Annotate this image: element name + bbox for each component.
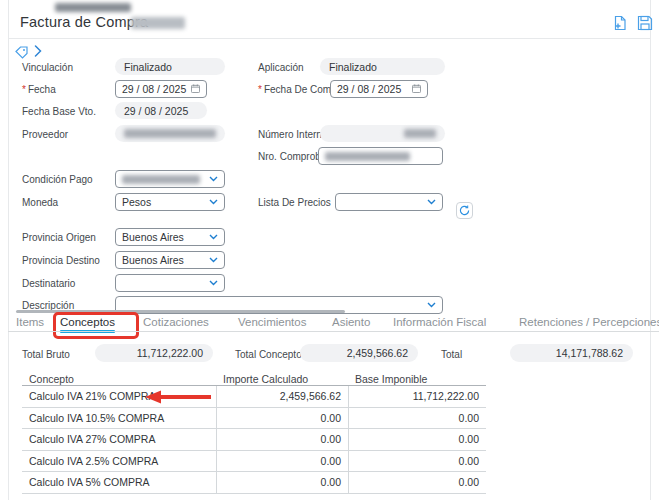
- destinatario-select[interactable]: [115, 274, 225, 292]
- horizontal-scrollbar[interactable]: [16, 310, 345, 313]
- field-label-moneda: Moneda: [22, 197, 58, 208]
- provincia-destino-value: Buenos Aires: [122, 254, 184, 266]
- fecha-comprobante-value: 29 / 08 / 2025: [337, 83, 412, 95]
- field-label-vinculacion: Vinculación: [22, 62, 73, 73]
- cell-concepto: Calculo IVA 10.5% COMPRA: [22, 408, 216, 429]
- tab-asiento[interactable]: Asiento: [332, 316, 370, 328]
- purchase-invoice-page: Factura de Compra Vinculación Finalizado…: [0, 0, 659, 500]
- chevron-right-icon[interactable]: [33, 44, 43, 58]
- col-header-concepto: Concepto: [22, 373, 216, 385]
- tag-icon[interactable]: [14, 45, 28, 59]
- tab-vencimientos[interactable]: Vencimientos: [238, 316, 306, 328]
- cell-base: 0.00: [348, 451, 486, 472]
- cell-importe: 2,459,566.62: [216, 386, 348, 407]
- refresh-icon: [459, 205, 470, 216]
- chevron-down-icon: [209, 257, 218, 263]
- fecha-input[interactable]: 29 / 08 / 2025: [115, 80, 207, 98]
- tabs-divider: [8, 331, 659, 332]
- tab-cotizaciones[interactable]: Cotizaciones: [143, 316, 209, 328]
- field-label-fecha: Fecha: [22, 84, 56, 95]
- concepts-table: Concepto Importe Calculado Base Imponibl…: [22, 373, 486, 494]
- total-conceptos-label: Total Conceptos: [235, 349, 307, 360]
- proveedor-value: [115, 125, 225, 142]
- chevron-down-icon: [209, 234, 218, 240]
- col-header-base: Base Imponible: [348, 373, 486, 385]
- condicion-pago-select[interactable]: [115, 170, 225, 188]
- field-label-destinatario: Destinatario: [22, 278, 75, 289]
- field-label-numero-interno: Número Interno: [258, 129, 327, 140]
- provincia-destino-select[interactable]: Buenos Aires: [115, 251, 225, 269]
- condicion-pago-redacted: [122, 175, 200, 184]
- panel-right-border: [650, 0, 651, 500]
- moneda-select[interactable]: Pesos: [115, 193, 225, 211]
- table-row[interactable]: Calculo IVA 21% COMPRA 2,459,566.62 11,7…: [22, 386, 486, 408]
- nro-comprobante-input[interactable]: [318, 147, 443, 165]
- chevron-down-icon: [427, 302, 436, 308]
- header-divider: [8, 38, 651, 39]
- new-document-icon[interactable]: [611, 14, 628, 31]
- cell-importe: 0.00: [216, 472, 348, 493]
- table-row[interactable]: Calculo IVA 27% COMPRA 0.00 0.00: [22, 429, 486, 451]
- proveedor-redacted: [124, 129, 216, 138]
- vinculacion-value: Finalizado: [115, 58, 225, 75]
- cell-base: 0.00: [348, 408, 486, 429]
- cell-importe: 0.00: [216, 451, 348, 472]
- total-value: 14,171,788.62: [510, 344, 633, 362]
- nro-comprobante-redacted: [325, 152, 410, 161]
- chevron-down-icon: [209, 176, 218, 182]
- tab-items[interactable]: Items: [16, 316, 44, 328]
- save-icon[interactable]: [636, 14, 653, 31]
- cell-importe: 0.00: [216, 429, 348, 450]
- page-title: Factura de Compra: [20, 14, 148, 30]
- col-header-importe: Importe Calculado: [216, 373, 348, 385]
- total-label: Total: [441, 349, 462, 360]
- chevron-down-icon: [427, 199, 436, 205]
- field-label-proveedor: Proveedor: [22, 129, 68, 140]
- numero-interno-value: [320, 125, 445, 142]
- cell-importe: 0.00: [216, 408, 348, 429]
- total-bruto-label: Total Bruto: [22, 349, 70, 360]
- panel-left-border: [8, 0, 9, 500]
- chevron-down-icon: [209, 280, 218, 286]
- table-header-row: Concepto Importe Calculado Base Imponibl…: [22, 373, 486, 386]
- calendar-icon[interactable]: [412, 83, 421, 95]
- chevron-down-icon: [209, 199, 218, 205]
- document-number-redacted: [131, 17, 185, 29]
- cell-concepto: Calculo IVA 27% COMPRA: [22, 429, 216, 450]
- provincia-origen-value: Buenos Aires: [122, 231, 184, 243]
- tab-informacion-fiscal[interactable]: Información Fiscal: [393, 316, 486, 328]
- refresh-button[interactable]: [456, 202, 473, 219]
- field-label-provincia-destino: Provincia Destino: [22, 255, 100, 266]
- calendar-icon[interactable]: [191, 83, 200, 95]
- cell-concepto: Calculo IVA 5% COMPRA: [22, 472, 216, 493]
- tab-retenciones-percepciones[interactable]: Retenciones / Percepciones: [519, 316, 659, 328]
- total-conceptos-value: 2,459,566.62: [300, 344, 418, 362]
- annotation-arrow-icon: [145, 390, 211, 404]
- table-row[interactable]: Calculo IVA 10.5% COMPRA 0.00 0.00: [22, 408, 486, 430]
- field-label-fecha-base: Fecha Base Vto.: [22, 106, 96, 117]
- provincia-origen-select[interactable]: Buenos Aires: [115, 228, 225, 246]
- lista-precios-select[interactable]: [335, 193, 443, 211]
- table-row[interactable]: Calculo IVA 5% COMPRA 0.00 0.00: [22, 472, 486, 494]
- field-label-aplicacion: Aplicación: [258, 62, 304, 73]
- fecha-base-value: 29 / 08 / 2025: [115, 102, 207, 119]
- tab-conceptos[interactable]: Conceptos: [60, 316, 115, 328]
- numero-interno-redacted: [404, 129, 436, 138]
- field-label-condicion-pago: Condición Pago: [22, 174, 93, 185]
- table-row[interactable]: Calculo IVA 2.5% COMPRA 0.00 0.00: [22, 451, 486, 473]
- aplicacion-value: Finalizado: [320, 58, 445, 75]
- cell-concepto: Calculo IVA 2.5% COMPRA: [22, 451, 216, 472]
- total-bruto-value: 11,712,222.00: [95, 344, 213, 362]
- cell-base: 0.00: [348, 472, 486, 493]
- fecha-value: 29 / 08 / 2025: [122, 83, 191, 95]
- field-label-lista-precios: Lista De Precios: [258, 197, 331, 208]
- fecha-comprobante-input[interactable]: 29 / 08 / 2025: [330, 80, 428, 98]
- cell-base: 11,712,222.00: [348, 386, 486, 407]
- field-label-provincia-origen: Provincia Origen: [22, 232, 96, 243]
- breadcrumb-redacted: [55, 3, 131, 12]
- moneda-value: Pesos: [122, 196, 151, 208]
- cell-base: 0.00: [348, 429, 486, 450]
